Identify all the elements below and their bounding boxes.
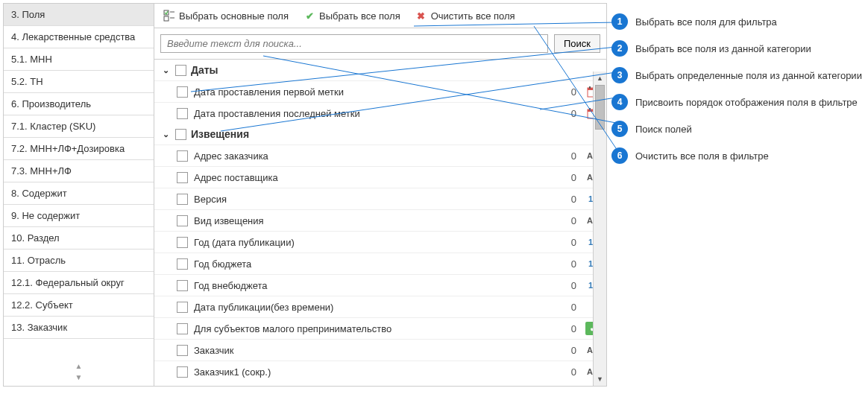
field-row[interactable]: Адрес поставщика 0 AB	[154, 166, 606, 188]
annotation-text: Поиск полей	[635, 124, 692, 135]
chevron-down-icon[interactable]: ▼	[74, 372, 84, 383]
sidebar-item[interactable]: 7.2. МНН+ЛФ+Дозировка	[4, 138, 154, 160]
field-order[interactable]: 0	[557, 194, 579, 205]
group-header[interactable]: ⌄ Извещения	[154, 124, 606, 144]
group-label: Извещения	[191, 128, 249, 140]
svg-rect-6	[589, 86, 591, 89]
annotation-badge: 1	[611, 13, 628, 30]
annotation: 3 Выбрать определенные поля из данной ка…	[611, 67, 862, 83]
clear-all-label: Очистить все поля	[431, 10, 515, 22]
field-checkbox[interactable]	[177, 280, 188, 291]
chevron-up-icon[interactable]: ▲	[74, 360, 84, 372]
field-row[interactable]: Год бюджета 0 12	[154, 252, 606, 274]
field-label: Адрес заказчика	[194, 150, 551, 162]
field-checkbox[interactable]	[177, 215, 188, 226]
field-order[interactable]: 0	[557, 215, 579, 226]
group-checkbox[interactable]	[175, 129, 186, 140]
sidebar-item[interactable]: 3. Поля	[4, 4, 154, 26]
sidebar-item[interactable]: 12.2. Субъект	[4, 294, 154, 317]
cross-icon: ✖	[415, 10, 427, 22]
field-order[interactable]: 0	[557, 108, 579, 119]
scroll-up-icon[interactable]: ▲	[594, 72, 606, 85]
field-order[interactable]: 0	[557, 237, 579, 248]
field-label: Заказчик	[194, 345, 551, 356]
sidebar-item[interactable]: 7.1. Кластер (SKU)	[4, 115, 154, 138]
group-checkbox[interactable]	[175, 65, 186, 76]
field-checkbox[interactable]	[177, 150, 188, 162]
search-bar: Поиск	[154, 28, 606, 60]
select-main-label: Выбрать основные поля	[179, 10, 289, 22]
field-order[interactable]: 0	[557, 150, 579, 162]
annotation-text: Выбрать все поля для фильтра	[635, 16, 777, 28]
scroll-down-icon[interactable]: ▼	[594, 372, 606, 386]
field-checkbox[interactable]	[177, 345, 188, 356]
field-row[interactable]: Дата проставления последней метки 0	[154, 102, 606, 124]
sidebar-item[interactable]: 8. Содержит	[4, 182, 154, 205]
svg-rect-1	[164, 16, 169, 21]
field-order[interactable]: 0	[557, 172, 579, 183]
field-order[interactable]: 0	[557, 345, 579, 356]
field-label: Адрес поставщика	[194, 172, 551, 183]
field-row[interactable]: Год внебюджета 0 12	[154, 274, 606, 296]
field-row[interactable]: Заказчик 0 AB	[154, 339, 606, 360]
annotation-text: Очистить все поля в фильтре	[635, 150, 769, 162]
select-all-label: Выбрать все поля	[319, 10, 400, 22]
sidebar-item[interactable]: 10. Раздел	[4, 227, 154, 250]
group-header[interactable]: ⌄ Даты	[154, 60, 606, 80]
field-order[interactable]: 0	[557, 258, 579, 270]
field-row[interactable]: Дата публикации(без времени) 0	[154, 296, 606, 317]
annotation: 6 Очистить все поля в фильтре	[611, 147, 862, 164]
sidebar-item[interactable]: 4. Лекарственные средства	[4, 26, 154, 48]
annotation: 2 Выбрать все поля из данной категории	[611, 40, 862, 57]
field-checkbox[interactable]	[177, 302, 188, 313]
field-row[interactable]: Заказчик1 (сокр.) 0 AB	[154, 360, 606, 382]
field-label: Год внебюджета	[194, 280, 551, 291]
field-checkbox[interactable]	[177, 194, 188, 205]
sidebar-item[interactable]: 11. Отрасль	[4, 250, 154, 272]
chevron-down-icon[interactable]: ⌄	[160, 130, 171, 139]
scroll-thumb[interactable]	[595, 85, 605, 130]
field-row[interactable]: Год (дата публикации) 0 12	[154, 231, 606, 252]
sidebar-item[interactable]: 9. Не содержит	[4, 205, 154, 227]
search-button[interactable]: Поиск	[554, 34, 600, 53]
field-row[interactable]: Версия 0 12	[154, 188, 606, 209]
field-checkbox[interactable]	[177, 86, 188, 98]
search-input[interactable]	[160, 34, 548, 53]
chevron-down-icon[interactable]: ⌄	[160, 66, 171, 75]
annotation-text: Выбрать определенные поля из данной кате…	[635, 70, 862, 81]
annotation: 4 Присвоить порядок отображения поля в ф…	[611, 94, 862, 110]
field-row[interactable]: Дата проставления первой метки 0	[154, 80, 606, 102]
annotation-text: Выбрать все поля из данной категории	[635, 43, 811, 54]
annotation-text: Присвоить порядок отображения поля в фил…	[635, 97, 858, 108]
field-row[interactable]: Вид извещения 0 AB	[154, 209, 606, 231]
toolbar: Выбрать основные поля ✔ Выбрать все поля…	[154, 4, 606, 28]
checkmark-icon: ✔	[304, 10, 315, 22]
field-row[interactable]: Адрес заказчика 0 AB	[154, 144, 606, 166]
svg-rect-10	[589, 108, 591, 110]
field-order[interactable]: 0	[557, 86, 579, 98]
field-checkbox[interactable]	[177, 108, 188, 119]
field-label: Дата публикации(без времени)	[194, 302, 551, 313]
sidebar-item[interactable]: 5.1. МНН	[4, 48, 154, 71]
select-all-button[interactable]: ✔ Выбрать все поля	[301, 8, 403, 23]
field-checkbox[interactable]	[177, 323, 188, 334]
annotation-badge: 4	[611, 94, 628, 110]
field-checkbox[interactable]	[177, 237, 188, 248]
field-order[interactable]: 0	[557, 302, 579, 313]
field-label: Дата проставления последней метки	[194, 108, 551, 119]
field-row[interactable]: Для субъектов малого препринимательство …	[154, 317, 606, 339]
field-order[interactable]: 0	[557, 323, 579, 334]
field-checkbox[interactable]	[177, 366, 188, 378]
field-order[interactable]: 0	[557, 280, 579, 291]
select-main-button[interactable]: Выбрать основные поля	[160, 8, 292, 23]
field-checkbox[interactable]	[177, 172, 188, 183]
scrollbar[interactable]: ▲ ▼	[593, 72, 606, 386]
sidebar-item[interactable]: 13. Заказчик	[4, 317, 154, 339]
clear-all-button[interactable]: ✖ Очистить все поля	[412, 8, 518, 23]
sidebar-item[interactable]: 12.1. Федеральный округ	[4, 272, 154, 294]
sidebar-item[interactable]: 7.3. МНН+ЛФ	[4, 160, 154, 182]
field-checkbox[interactable]	[177, 258, 188, 270]
sidebar-item[interactable]: 6. Производитель	[4, 93, 154, 115]
field-order[interactable]: 0	[557, 366, 579, 378]
sidebar-item[interactable]: 5.2. ТН	[4, 71, 154, 93]
